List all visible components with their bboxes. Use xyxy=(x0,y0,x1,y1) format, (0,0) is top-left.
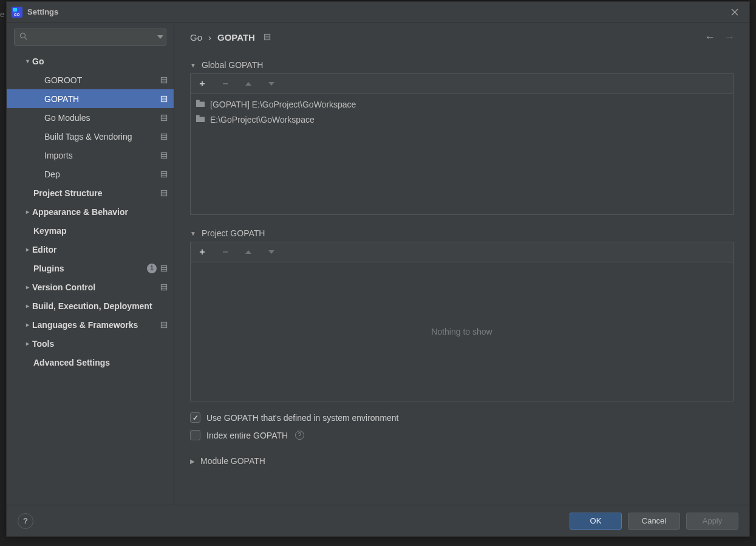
global-gopath-list[interactable]: [GOPATH] E:\GoProject\GoWorkspace E:\GoP… xyxy=(191,94,733,214)
tree-item-build-tags[interactable]: Build Tags & Vendoring xyxy=(7,127,174,146)
tree-item-dep[interactable]: Dep xyxy=(7,165,174,183)
forward-button: → xyxy=(724,31,735,44)
chevron-right-icon: ▸ xyxy=(22,340,32,347)
search-input[interactable] xyxy=(31,33,157,42)
chevron-down-icon: ▼ xyxy=(190,62,196,69)
svg-rect-25 xyxy=(162,190,167,196)
add-button[interactable]: + xyxy=(197,247,208,258)
dialog-footer: ? OK Cancel Apply xyxy=(7,505,749,536)
svg-rect-16 xyxy=(162,134,167,139)
global-gopath-toolbar: + − xyxy=(191,74,733,94)
add-button[interactable]: + xyxy=(197,78,208,89)
svg-rect-1 xyxy=(13,8,17,12)
search-icon xyxy=(19,32,27,42)
tree-item-goroot[interactable]: GOROOT xyxy=(7,70,174,89)
project-config-icon xyxy=(160,77,168,84)
cancel-button[interactable]: Cancel xyxy=(628,513,680,530)
project-config-icon xyxy=(160,152,168,159)
list-item-label: E:\GoProject\GoWorkspace xyxy=(210,115,315,125)
breadcrumb-parent[interactable]: Go xyxy=(190,32,202,43)
project-gopath-toolbar: + − xyxy=(191,242,733,262)
checkbox-use-system-gopath[interactable] xyxy=(190,412,200,423)
breadcrumb-separator: › xyxy=(208,32,211,43)
help-icon[interactable]: ? xyxy=(295,431,304,440)
section-global-gopath-title: Global GOPATH xyxy=(202,60,263,70)
tree-item-keymap[interactable]: Keymap xyxy=(7,221,174,240)
back-button[interactable]: ← xyxy=(704,31,715,44)
empty-placeholder: Nothing to show xyxy=(431,327,492,336)
list-item[interactable]: E:\GoProject\GoWorkspace xyxy=(191,112,733,127)
project-config-icon xyxy=(160,95,168,103)
tree-item-advanced[interactable]: Advanced Settings xyxy=(7,353,174,372)
project-gopath-list[interactable]: Nothing to show xyxy=(191,262,733,401)
svg-rect-22 xyxy=(162,171,167,177)
list-item[interactable]: [GOPATH] E:\GoProject\GoWorkspace xyxy=(191,97,733,112)
remove-button: − xyxy=(220,247,231,258)
apply-button: Apply xyxy=(686,513,738,530)
use-system-gopath-row[interactable]: Use GOPATH that's defined in system envi… xyxy=(190,412,734,423)
chevron-right-icon: ▸ xyxy=(22,321,32,328)
project-config-icon xyxy=(160,284,168,291)
project-config-icon xyxy=(264,33,271,41)
tree-item-appearance[interactable]: ▸ Appearance & Behavior xyxy=(7,202,174,221)
checkbox-label: Index entire GOPATH xyxy=(206,431,288,440)
svg-rect-31 xyxy=(162,284,167,290)
chevron-right-icon: ▸ xyxy=(22,208,32,215)
tree-item-tools[interactable]: ▸ Tools xyxy=(7,334,174,353)
help-button[interactable]: ? xyxy=(18,513,33,529)
project-config-icon xyxy=(160,265,168,272)
svg-rect-28 xyxy=(162,265,167,271)
settings-content: Go › GOPATH ← → ▼ Global GOPATH xyxy=(174,22,749,505)
tree-item-version-control[interactable]: ▸ Version Control xyxy=(7,278,174,296)
folder-icon xyxy=(196,99,205,109)
tree-item-gopath[interactable]: GOPATH xyxy=(7,89,174,108)
chevron-down-icon: ▼ xyxy=(190,230,196,237)
section-project-gopath-header[interactable]: ▼ Project GOPATH xyxy=(190,228,734,238)
chevron-right-icon: ▸ xyxy=(22,284,32,290)
svg-text:GO: GO xyxy=(14,13,20,16)
tree-item-go[interactable]: ▾ Go xyxy=(7,52,174,70)
goland-app-icon: GO xyxy=(12,7,22,18)
svg-rect-7 xyxy=(162,77,167,83)
chevron-right-icon: ▶ xyxy=(190,458,195,465)
tree-item-imports[interactable]: Imports xyxy=(7,146,174,165)
settings-dialog: GO Settings xyxy=(6,1,750,537)
section-module-gopath-header[interactable]: ▶ Module GOPATH xyxy=(190,456,734,466)
svg-point-5 xyxy=(21,33,26,38)
move-up-button xyxy=(243,247,254,258)
background-editor-gutter: e xyxy=(0,10,4,19)
project-gopath-panel: + − Nothing to show xyxy=(190,242,734,401)
tree-item-languages[interactable]: ▸ Languages & Frameworks xyxy=(7,315,174,334)
ok-button[interactable]: OK xyxy=(570,513,622,530)
project-config-icon xyxy=(160,189,168,197)
project-config-icon xyxy=(160,114,168,121)
project-config-icon xyxy=(160,133,168,140)
checkbox-index-entire-gopath[interactable] xyxy=(190,430,200,440)
svg-rect-13 xyxy=(162,115,167,120)
content-header: Go › GOPATH ← → xyxy=(174,22,749,52)
tree-item-plugins[interactable]: Plugins 1 xyxy=(7,259,174,278)
svg-line-6 xyxy=(25,38,27,39)
search-input-wrapper xyxy=(14,29,166,46)
index-entire-gopath-row[interactable]: Index entire GOPATH ? xyxy=(190,430,734,440)
checkbox-label: Use GOPATH that's defined in system envi… xyxy=(206,413,399,423)
settings-sidebar: ▾ Go GOROOT GOPATH Go Modules xyxy=(7,22,174,505)
svg-rect-37 xyxy=(264,35,270,40)
search-dropdown-icon[interactable] xyxy=(157,35,163,39)
tree-item-project-structure[interactable]: Project Structure xyxy=(7,183,174,202)
settings-tree: ▾ Go GOROOT GOPATH Go Modules xyxy=(7,52,174,505)
section-project-gopath-title: Project GOPATH xyxy=(202,228,265,238)
folder-icon xyxy=(196,114,205,125)
tree-item-editor[interactable]: ▸ Editor xyxy=(7,240,174,259)
chevron-right-icon: ▸ xyxy=(22,302,32,309)
remove-button: − xyxy=(220,78,231,89)
close-button[interactable] xyxy=(726,5,743,19)
nav-arrows: ← → xyxy=(704,31,735,44)
tree-item-build-execution[interactable]: ▸ Build, Execution, Deployment xyxy=(7,296,174,315)
svg-rect-34 xyxy=(162,322,167,327)
project-config-icon xyxy=(160,171,168,178)
section-global-gopath-header[interactable]: ▼ Global GOPATH xyxy=(190,60,734,70)
close-icon xyxy=(731,9,738,16)
breadcrumb: Go › GOPATH xyxy=(190,32,271,43)
tree-item-go-modules[interactable]: Go Modules xyxy=(7,108,174,127)
